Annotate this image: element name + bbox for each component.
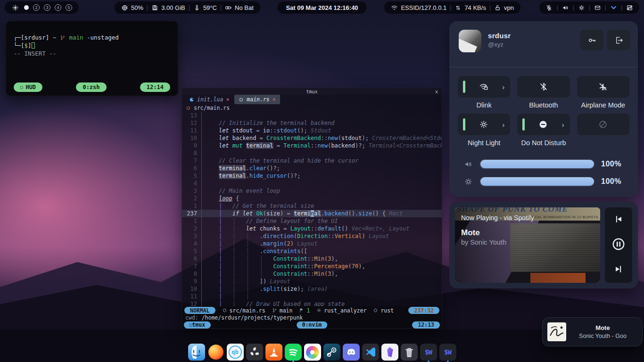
playback-controls bbox=[605, 207, 632, 283]
workspace-active[interactable] bbox=[24, 5, 29, 10]
lock-open-icon bbox=[494, 4, 501, 11]
dock-item-trash[interactable] bbox=[401, 344, 418, 361]
dock-item-spotify[interactable] bbox=[285, 344, 302, 361]
code-line: 12 // Initialize the terminal backend bbox=[182, 119, 442, 127]
previous-icon[interactable] bbox=[613, 214, 624, 226]
code-line: 13 bbox=[182, 112, 442, 119]
tab-close-icon[interactable]: × bbox=[226, 96, 229, 103]
toggle-extra[interactable] bbox=[577, 114, 629, 135]
code-line: 237 │ if let Ok(size) = terminal.backend… bbox=[182, 210, 442, 217]
dock-item-file-manager[interactable] bbox=[188, 344, 205, 361]
gear-icon[interactable] bbox=[578, 4, 586, 11]
code-line: 1 │ // Get the terminal size bbox=[182, 202, 442, 210]
code-line: 8 bbox=[182, 149, 442, 157]
clock[interactable]: Sat 09 Mar 2024 12:16:40 bbox=[277, 1, 366, 14]
wifi-lock-icon bbox=[479, 82, 488, 91]
code-line: 9 let mut terminal = Terminal::new(backe… bbox=[182, 142, 442, 149]
terminal-line: └─[$] bbox=[14, 41, 170, 49]
tmux-window-zsh[interactable]: 0:zsh bbox=[76, 82, 106, 92]
dock-item-software-1[interactable]: $W bbox=[420, 344, 437, 361]
workspace-5[interactable]: 5 bbox=[66, 4, 72, 11]
brightness-icon bbox=[463, 177, 473, 186]
workspace-3[interactable]: 3 bbox=[44, 4, 50, 11]
toggle-do-not-disturb[interactable]: › bbox=[517, 114, 570, 135]
editor-window[interactable]: tmux x init.lua×main.rs× src/main.rs 131… bbox=[182, 88, 442, 329]
workspace-4[interactable]: 4 bbox=[55, 4, 61, 11]
speaker-icon bbox=[463, 160, 473, 169]
dock-item-steam[interactable] bbox=[323, 344, 340, 361]
workspace-list: 2345 bbox=[24, 4, 72, 11]
cpu-icon bbox=[121, 4, 128, 11]
toggle-night-light[interactable]: › bbox=[458, 114, 510, 135]
tab-main.rs[interactable]: main.rs× bbox=[234, 95, 280, 104]
dock-item-photos[interactable] bbox=[304, 344, 321, 361]
terminal-cursor bbox=[32, 42, 35, 49]
workspace-2[interactable]: 2 bbox=[33, 4, 40, 11]
stat-thermometer: 59°C bbox=[193, 4, 217, 11]
code-area[interactable]: 1312 // Initialize the terminal backend1… bbox=[182, 112, 442, 306]
toggle-bluetooth[interactable] bbox=[517, 76, 570, 98]
dock-item-firefox[interactable] bbox=[207, 344, 224, 361]
code-line: 3 │ │ │ .direction(Direction::Vertical) … bbox=[182, 232, 442, 240]
tmux-session-hud[interactable]: □HUD bbox=[14, 82, 42, 92]
quick-settings-grid: ›DlinkBluetoothAirplane Mode››Night Ligh… bbox=[458, 76, 629, 149]
thermometer-icon bbox=[193, 4, 200, 11]
dock-item-vlc[interactable] bbox=[265, 344, 282, 361]
dock-item-qbittorrent[interactable]: qb bbox=[227, 344, 244, 361]
logout-button[interactable] bbox=[607, 30, 630, 50]
mic-off-icon[interactable] bbox=[545, 4, 553, 11]
volume-slider-value: 100% bbox=[601, 160, 621, 168]
terminal-tmux-statusbar: □HUD 0:zsh 12:14 bbox=[6, 82, 178, 92]
star-logo-icon bbox=[11, 4, 19, 11]
chevron-down-icon[interactable] bbox=[610, 4, 618, 11]
toggle-label: Night Light bbox=[458, 138, 510, 149]
square-icon: □ bbox=[20, 85, 23, 90]
dock-item-obs[interactable] bbox=[246, 344, 263, 361]
dock-item-obsidian[interactable] bbox=[381, 344, 398, 361]
brightness-slider-value: 100% bbox=[601, 177, 621, 186]
mail-icon[interactable] bbox=[594, 4, 602, 11]
tmux-clock: 12:13 bbox=[412, 321, 440, 329]
speaker-icon[interactable] bbox=[561, 4, 570, 11]
tray-pill: ||||| bbox=[539, 1, 639, 14]
dock-item-software-2[interactable]: $W bbox=[439, 344, 456, 361]
dock-item-discord[interactable] bbox=[343, 344, 360, 361]
volume-slider[interactable] bbox=[479, 159, 594, 169]
airplane-off-icon bbox=[598, 82, 608, 91]
tab-init.lua[interactable]: init.lua× bbox=[185, 95, 233, 104]
toggles-icon[interactable] bbox=[626, 4, 634, 11]
avatar[interactable] bbox=[459, 30, 481, 52]
toggle-dlink[interactable]: › bbox=[458, 76, 510, 98]
minus-circle-icon bbox=[538, 120, 548, 129]
system-stats-pill: 50%|3.00 GiB|59°C|No Bat bbox=[115, 1, 260, 14]
code-line: 11 let stdout = io::stdout(); Stdout bbox=[182, 127, 442, 134]
toggle-label: Bluetooth bbox=[517, 100, 570, 111]
statusline: NORMAL src/main.rs main 1 rust_analyzer … bbox=[182, 306, 442, 314]
toggle-airplane-mode[interactable] bbox=[577, 76, 629, 98]
terminal-line: -- INSERT -- bbox=[14, 49, 170, 58]
keyring-button[interactable] bbox=[580, 30, 603, 50]
notification-card[interactable]: Mote Sonic Youth - Goo bbox=[542, 317, 643, 346]
rust-icon bbox=[222, 308, 227, 313]
next-icon[interactable] bbox=[613, 264, 624, 276]
statusline-git-branch: main bbox=[272, 307, 293, 314]
pause-circle-icon[interactable] bbox=[611, 237, 626, 253]
notification-subtitle: Sonic Youth - Goo bbox=[566, 333, 639, 339]
close-window-button[interactable]: x bbox=[435, 89, 438, 94]
tab-close-icon[interactable]: × bbox=[272, 96, 276, 103]
dock: qb$W$W bbox=[0, 344, 644, 361]
chevron-right-icon: › bbox=[502, 83, 504, 91]
brightness-slider[interactable] bbox=[479, 177, 594, 187]
tmux-session-tmux[interactable]: □ tmux bbox=[184, 321, 211, 329]
workspaces-pill: 2345 bbox=[5, 1, 79, 14]
terminal-window[interactable]: ┌─[srdusr] ~ main -unstaged└─[$]-- INSER… bbox=[6, 21, 178, 96]
toggle-label: Do Not Disturb bbox=[517, 138, 570, 149]
desktop: 2345 50%|3.00 GiB|59°C|No Bat Sat 09 Mar… bbox=[0, 0, 644, 362]
statusline-diagnostics: 1 bbox=[299, 307, 310, 314]
statusline-lsp: rust_analyzer bbox=[316, 307, 366, 314]
tmux-window-nvim[interactable]: 0:nvim bbox=[297, 321, 328, 329]
brightness-slider-row: 100% bbox=[463, 176, 628, 187]
dock-item-vscode[interactable] bbox=[362, 344, 379, 361]
git-branch-icon bbox=[272, 308, 277, 313]
editor-titlebar: tmux x bbox=[182, 88, 442, 95]
